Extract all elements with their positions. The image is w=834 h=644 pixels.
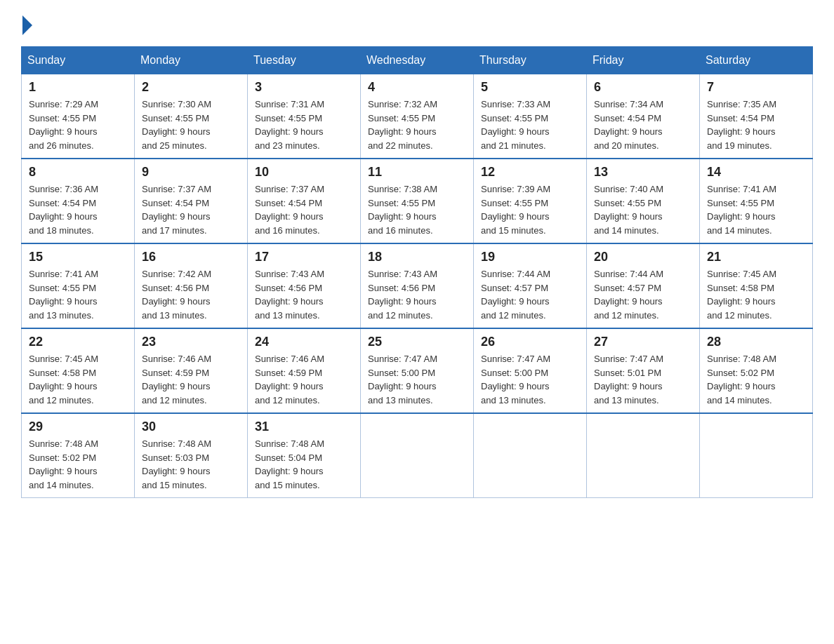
calendar-cell: 7 Sunrise: 7:35 AM Sunset: 4:54 PM Dayli… bbox=[700, 74, 813, 159]
calendar-cell: 18 Sunrise: 7:43 AM Sunset: 4:56 PM Dayl… bbox=[361, 243, 474, 328]
day-number: 17 bbox=[255, 250, 353, 264]
day-number: 30 bbox=[142, 420, 240, 434]
week-row-1: 1 Sunrise: 7:29 AM Sunset: 4:55 PM Dayli… bbox=[22, 74, 813, 159]
calendar-cell: 24 Sunrise: 7:46 AM Sunset: 4:59 PM Dayl… bbox=[248, 328, 361, 413]
day-info: Sunrise: 7:40 AM Sunset: 4:55 PM Dayligh… bbox=[594, 182, 692, 237]
calendar-cell: 29 Sunrise: 7:48 AM Sunset: 5:02 PM Dayl… bbox=[22, 413, 135, 498]
day-info: Sunrise: 7:30 AM Sunset: 4:55 PM Dayligh… bbox=[142, 98, 240, 152]
weekday-header-tuesday: Tuesday bbox=[248, 47, 361, 74]
day-info: Sunrise: 7:47 AM Sunset: 5:00 PM Dayligh… bbox=[481, 352, 579, 407]
calendar-cell: 15 Sunrise: 7:41 AM Sunset: 4:55 PM Dayl… bbox=[22, 243, 135, 328]
calendar-cell: 17 Sunrise: 7:43 AM Sunset: 4:56 PM Dayl… bbox=[248, 243, 361, 328]
day-number: 24 bbox=[255, 335, 353, 349]
calendar-cell: 25 Sunrise: 7:47 AM Sunset: 5:00 PM Dayl… bbox=[361, 328, 474, 413]
day-number: 26 bbox=[481, 335, 579, 349]
calendar-cell: 14 Sunrise: 7:41 AM Sunset: 4:55 PM Dayl… bbox=[700, 159, 813, 243]
day-info: Sunrise: 7:45 AM Sunset: 4:58 PM Dayligh… bbox=[29, 352, 127, 407]
day-number: 16 bbox=[142, 250, 240, 264]
logo bbox=[21, 14, 32, 32]
day-info: Sunrise: 7:43 AM Sunset: 4:56 PM Dayligh… bbox=[255, 267, 353, 322]
week-row-4: 22 Sunrise: 7:45 AM Sunset: 4:58 PM Dayl… bbox=[22, 328, 813, 413]
day-number: 12 bbox=[481, 165, 579, 180]
calendar-cell: 20 Sunrise: 7:44 AM Sunset: 4:57 PM Dayl… bbox=[587, 243, 700, 328]
day-number: 3 bbox=[255, 80, 353, 95]
calendar-cell: 19 Sunrise: 7:44 AM Sunset: 4:57 PM Dayl… bbox=[474, 243, 587, 328]
day-info: Sunrise: 7:37 AM Sunset: 4:54 PM Dayligh… bbox=[142, 182, 240, 237]
calendar-cell: 3 Sunrise: 7:31 AM Sunset: 4:55 PM Dayli… bbox=[248, 74, 361, 159]
day-number: 29 bbox=[29, 420, 127, 434]
day-info: Sunrise: 7:31 AM Sunset: 4:55 PM Dayligh… bbox=[255, 98, 353, 152]
day-number: 20 bbox=[594, 250, 692, 264]
day-info: Sunrise: 7:47 AM Sunset: 5:00 PM Dayligh… bbox=[368, 352, 466, 407]
logo-arrow-icon bbox=[22, 15, 32, 35]
day-number: 21 bbox=[707, 250, 805, 264]
calendar-cell: 26 Sunrise: 7:47 AM Sunset: 5:00 PM Dayl… bbox=[474, 328, 587, 413]
page-header bbox=[21, 14, 813, 32]
day-info: Sunrise: 7:46 AM Sunset: 4:59 PM Dayligh… bbox=[142, 352, 240, 407]
calendar-cell: 16 Sunrise: 7:42 AM Sunset: 4:56 PM Dayl… bbox=[135, 243, 248, 328]
day-number: 2 bbox=[142, 80, 240, 95]
calendar-cell: 6 Sunrise: 7:34 AM Sunset: 4:54 PM Dayli… bbox=[587, 74, 700, 159]
calendar-cell: 31 Sunrise: 7:48 AM Sunset: 5:04 PM Dayl… bbox=[248, 413, 361, 498]
day-info: Sunrise: 7:29 AM Sunset: 4:55 PM Dayligh… bbox=[29, 98, 127, 152]
calendar-cell: 30 Sunrise: 7:48 AM Sunset: 5:03 PM Dayl… bbox=[135, 413, 248, 498]
day-number: 5 bbox=[481, 80, 579, 95]
day-info: Sunrise: 7:36 AM Sunset: 4:54 PM Dayligh… bbox=[29, 182, 127, 237]
calendar-cell: 4 Sunrise: 7:32 AM Sunset: 4:55 PM Dayli… bbox=[361, 74, 474, 159]
day-number: 28 bbox=[707, 335, 805, 349]
calendar-cell bbox=[700, 413, 813, 498]
week-row-2: 8 Sunrise: 7:36 AM Sunset: 4:54 PM Dayli… bbox=[22, 159, 813, 243]
calendar-cell: 27 Sunrise: 7:47 AM Sunset: 5:01 PM Dayl… bbox=[587, 328, 700, 413]
day-number: 6 bbox=[594, 80, 692, 95]
calendar-cell bbox=[474, 413, 587, 498]
day-info: Sunrise: 7:47 AM Sunset: 5:01 PM Dayligh… bbox=[594, 352, 692, 407]
day-number: 14 bbox=[707, 165, 805, 180]
day-info: Sunrise: 7:39 AM Sunset: 4:55 PM Dayligh… bbox=[481, 182, 579, 237]
weekday-header-friday: Friday bbox=[587, 47, 700, 74]
day-info: Sunrise: 7:43 AM Sunset: 4:56 PM Dayligh… bbox=[368, 267, 466, 322]
day-number: 18 bbox=[368, 250, 466, 264]
calendar-cell: 13 Sunrise: 7:40 AM Sunset: 4:55 PM Dayl… bbox=[587, 159, 700, 243]
calendar-cell: 22 Sunrise: 7:45 AM Sunset: 4:58 PM Dayl… bbox=[22, 328, 135, 413]
calendar-cell: 28 Sunrise: 7:48 AM Sunset: 5:02 PM Dayl… bbox=[700, 328, 813, 413]
day-info: Sunrise: 7:33 AM Sunset: 4:55 PM Dayligh… bbox=[481, 98, 579, 152]
day-info: Sunrise: 7:44 AM Sunset: 4:57 PM Dayligh… bbox=[481, 267, 579, 322]
calendar-cell: 8 Sunrise: 7:36 AM Sunset: 4:54 PM Dayli… bbox=[22, 159, 135, 243]
calendar-cell: 5 Sunrise: 7:33 AM Sunset: 4:55 PM Dayli… bbox=[474, 74, 587, 159]
calendar-table: SundayMondayTuesdayWednesdayThursdayFrid… bbox=[21, 46, 813, 498]
day-number: 23 bbox=[142, 335, 240, 349]
day-number: 4 bbox=[368, 80, 466, 95]
calendar-cell bbox=[361, 413, 474, 498]
day-number: 31 bbox=[255, 420, 353, 434]
calendar-cell bbox=[587, 413, 700, 498]
day-info: Sunrise: 7:35 AM Sunset: 4:54 PM Dayligh… bbox=[707, 98, 805, 152]
day-info: Sunrise: 7:48 AM Sunset: 5:04 PM Dayligh… bbox=[255, 437, 353, 492]
calendar-cell: 11 Sunrise: 7:38 AM Sunset: 4:55 PM Dayl… bbox=[361, 159, 474, 243]
day-number: 1 bbox=[29, 80, 127, 95]
weekday-header-saturday: Saturday bbox=[700, 47, 813, 74]
day-info: Sunrise: 7:41 AM Sunset: 4:55 PM Dayligh… bbox=[707, 182, 805, 237]
day-number: 19 bbox=[481, 250, 579, 264]
week-row-5: 29 Sunrise: 7:48 AM Sunset: 5:02 PM Dayl… bbox=[22, 413, 813, 498]
day-number: 22 bbox=[29, 335, 127, 349]
day-info: Sunrise: 7:38 AM Sunset: 4:55 PM Dayligh… bbox=[368, 182, 466, 237]
day-info: Sunrise: 7:37 AM Sunset: 4:54 PM Dayligh… bbox=[255, 182, 353, 237]
day-info: Sunrise: 7:48 AM Sunset: 5:02 PM Dayligh… bbox=[707, 352, 805, 407]
week-row-3: 15 Sunrise: 7:41 AM Sunset: 4:55 PM Dayl… bbox=[22, 243, 813, 328]
calendar-cell: 10 Sunrise: 7:37 AM Sunset: 4:54 PM Dayl… bbox=[248, 159, 361, 243]
day-number: 15 bbox=[29, 250, 127, 264]
weekday-header-wednesday: Wednesday bbox=[361, 47, 474, 74]
day-info: Sunrise: 7:44 AM Sunset: 4:57 PM Dayligh… bbox=[594, 267, 692, 322]
weekday-header-row: SundayMondayTuesdayWednesdayThursdayFrid… bbox=[22, 47, 813, 74]
weekday-header-sunday: Sunday bbox=[22, 47, 135, 74]
day-number: 8 bbox=[29, 165, 127, 180]
calendar-cell: 9 Sunrise: 7:37 AM Sunset: 4:54 PM Dayli… bbox=[135, 159, 248, 243]
weekday-header-monday: Monday bbox=[135, 47, 248, 74]
calendar-cell: 12 Sunrise: 7:39 AM Sunset: 4:55 PM Dayl… bbox=[474, 159, 587, 243]
day-info: Sunrise: 7:48 AM Sunset: 5:02 PM Dayligh… bbox=[29, 437, 127, 492]
day-number: 11 bbox=[368, 165, 466, 180]
calendar-cell: 21 Sunrise: 7:45 AM Sunset: 4:58 PM Dayl… bbox=[700, 243, 813, 328]
day-number: 13 bbox=[594, 165, 692, 180]
day-info: Sunrise: 7:45 AM Sunset: 4:58 PM Dayligh… bbox=[707, 267, 805, 322]
day-number: 9 bbox=[142, 165, 240, 180]
